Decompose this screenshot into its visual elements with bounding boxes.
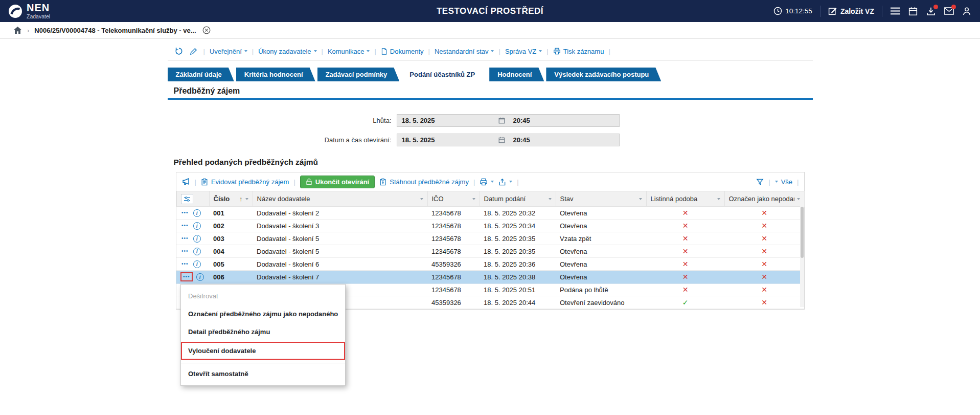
tab-zadavaci-podminky[interactable]: Zadávací podmínky xyxy=(317,68,400,81)
column-header-nazev-dodavatele[interactable]: Název dodavatele xyxy=(253,191,427,207)
cell-listinna-mark: ✕ xyxy=(646,207,724,220)
cell-datum: 18. 5. 2025 20:44 xyxy=(480,296,556,309)
column-filter-icon[interactable] xyxy=(472,198,475,200)
downloads-icon[interactable] xyxy=(926,6,936,16)
table-row[interactable]: •••i003Dodavatel - školení 51234567818. … xyxy=(176,232,804,245)
command-uverejneni[interactable]: Uveřejnění xyxy=(210,48,247,55)
cell-stav: Otevřena xyxy=(556,245,646,258)
cell-stav: Otevření zaevidováno xyxy=(556,296,646,309)
otevirani-date-value[interactable]: 18. 5. 2025 xyxy=(397,136,498,144)
brand-name: NEN xyxy=(27,3,50,13)
row-icons-cell: •••i xyxy=(176,232,209,245)
column-filter-icon[interactable] xyxy=(549,198,552,200)
otevirani-time-value[interactable]: 20:45 xyxy=(505,136,530,144)
command-komunikace[interactable]: Komunikace xyxy=(328,48,370,55)
column-header-listinna-podoba[interactable]: Listinná podoba xyxy=(646,191,724,207)
breadcrumb-item[interactable]: N006/25/V00004748 - Telekomunikační služ… xyxy=(34,27,196,34)
menu-hamburger-icon[interactable] xyxy=(890,6,900,16)
calendar-icon[interactable] xyxy=(498,117,505,124)
calendar-icon[interactable] xyxy=(498,137,505,143)
row-actions-button[interactable]: ••• xyxy=(180,234,190,243)
row-info-icon[interactable]: i xyxy=(193,260,201,268)
calendar-icon[interactable] xyxy=(908,6,918,16)
lhuta-time-value[interactable]: 20:45 xyxy=(505,117,530,124)
stahnout-link[interactable]: Stáhnout předběžné zájmy xyxy=(379,178,469,186)
row-info-icon[interactable]: i xyxy=(193,248,201,255)
command-dokumenty[interactable]: Dokumenty xyxy=(381,48,424,55)
cell-ico: 12345678 xyxy=(427,207,480,220)
topbar-divider xyxy=(820,6,821,17)
table-row[interactable]: •••i006Dodavatel - školení 71234567818. … xyxy=(176,271,804,283)
tab-podani-ucastniku-zp[interactable]: Podání účastníků ZP xyxy=(401,68,487,81)
command-tisk-zaznamu[interactable]: Tisk záznamu xyxy=(553,48,604,55)
close-record-icon[interactable] xyxy=(202,26,211,34)
lhuta-date-value[interactable]: 18. 5. 2025 xyxy=(397,117,498,124)
command-nestandardni-stav[interactable]: Nestandardní stav xyxy=(435,48,494,55)
announcement-icon[interactable] xyxy=(181,178,190,186)
scrollbar-thumb[interactable] xyxy=(801,207,804,258)
otevirani-field[interactable]: 18. 5. 2025 20:45 xyxy=(397,134,620,146)
row-actions-button[interactable]: ••• xyxy=(180,247,190,255)
row-icons-cell: •••i xyxy=(176,258,209,271)
row-info-icon[interactable]: i xyxy=(193,235,201,243)
table-row[interactable]: •••i004Dodavatel - školení 51234567818. … xyxy=(176,245,804,258)
vertical-scrollbar[interactable] xyxy=(800,191,804,307)
tab-kriteria-hodnoceni[interactable]: Kritéria hodnocení xyxy=(236,68,315,81)
row-actions-button[interactable]: ••• xyxy=(180,260,190,268)
column-header-oznacen-jako-nepodany[interactable]: Označen jako nepodaný xyxy=(724,191,804,207)
user-icon[interactable] xyxy=(962,6,972,16)
menu-item-detail-predbezneho-zajmu[interactable]: Detail předběžného zájmu xyxy=(181,323,345,341)
edit-record-button[interactable] xyxy=(189,47,199,56)
print-menu-button[interactable] xyxy=(480,178,494,186)
column-filter-icon[interactable] xyxy=(420,198,423,200)
messages-icon[interactable] xyxy=(944,6,954,16)
cell-ico: 12345678 xyxy=(427,245,480,258)
document-icon xyxy=(381,48,388,55)
column-header-ico[interactable]: IČO xyxy=(427,191,480,207)
home-icon[interactable] xyxy=(13,26,22,34)
view-filter-vse[interactable]: Vše xyxy=(775,178,792,186)
command-sprava-vz[interactable]: Správa VZ xyxy=(505,48,542,55)
lhuta-label: Lhůta: xyxy=(168,117,397,124)
table-row[interactable]: •••i002Dodavatel - školení 31234567818. … xyxy=(176,220,804,232)
column-header-cislo[interactable]: Číslo↑ xyxy=(209,191,253,207)
cell-listinna-mark: ✕ xyxy=(646,245,724,258)
tab-vysledek-zadavaciho-postupu[interactable]: Výsledek zadávacího postupu xyxy=(546,68,661,81)
evidovat-link[interactable]: Evidovat předběžný zájem xyxy=(201,178,289,186)
column-header-datum-podani[interactable]: Datum podání xyxy=(480,191,556,207)
separator: | xyxy=(797,178,799,186)
export-menu-button[interactable] xyxy=(498,178,512,186)
column-filter-icon[interactable] xyxy=(245,198,248,200)
table-row[interactable]: •••i001Dodavatel - školení 21234567818. … xyxy=(176,207,804,220)
column-filter-icon[interactable] xyxy=(717,198,720,200)
cell-cislo: 006 xyxy=(209,271,253,283)
cell-datum: 18. 5. 2025 20:35 xyxy=(480,245,556,258)
menu-item-vylouceni-dodavatele[interactable]: Vyloučení dodavatele xyxy=(181,342,345,360)
command-ukony-zadavatele[interactable]: Úkony zadavatele xyxy=(258,48,316,55)
table-row[interactable]: •••i005Dodavatel - školení 64535932618. … xyxy=(176,258,804,271)
tab-zakladni-udaje[interactable]: Základní údaje xyxy=(168,68,234,81)
tab-hodnoceni[interactable]: Hodnocení xyxy=(489,68,544,81)
row-icons-cell: •••i xyxy=(176,207,209,220)
column-settings-icon[interactable] xyxy=(181,194,193,204)
history-refresh-button[interactable] xyxy=(174,47,184,56)
row-info-icon[interactable]: i xyxy=(193,209,201,217)
menu-item-oznaceni-predbezneho-zajmu-jako-nepodaneho[interactable]: Označení předběžného zájmu jako nepodané… xyxy=(181,305,345,323)
row-info-icon[interactable]: i xyxy=(196,273,204,281)
chevron-down-icon xyxy=(367,50,370,52)
lhuta-field[interactable]: 18. 5. 2025 20:45 xyxy=(397,114,620,127)
filter-icon[interactable] xyxy=(756,178,764,186)
cell-nazev: Dodavatel - školení 2 xyxy=(253,207,427,220)
row-actions-button[interactable]: ••• xyxy=(180,209,190,217)
create-vz-button[interactable]: Založit VZ xyxy=(828,7,874,15)
nen-logo-block[interactable]: NEN Zadavatel xyxy=(8,3,50,19)
separator: | xyxy=(608,48,610,55)
row-actions-button[interactable]: ••• xyxy=(180,272,193,281)
column-filter-icon[interactable] xyxy=(639,198,642,200)
menu-item-otevrit-samostatne[interactable]: Otevřít samostatně xyxy=(181,363,345,383)
ukoncit-otevirani-button[interactable]: Ukončit otevírání xyxy=(300,176,375,188)
separator: | xyxy=(517,178,518,186)
row-info-icon[interactable]: i xyxy=(193,222,201,230)
column-header-stav[interactable]: Stav xyxy=(556,191,646,207)
row-actions-button[interactable]: ••• xyxy=(180,222,190,230)
